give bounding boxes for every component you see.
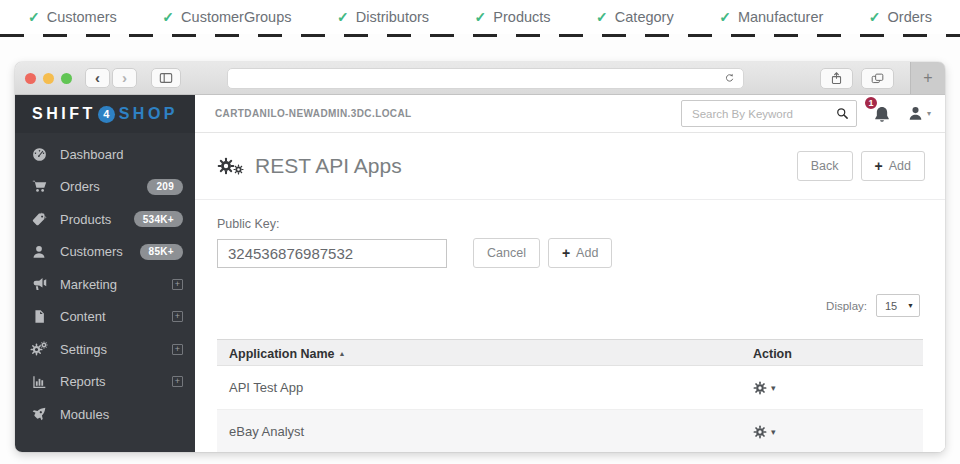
row-action-menu-button[interactable]: ▾ <box>753 381 923 395</box>
sort-asc-icon: ▲ <box>339 350 346 357</box>
check-icon: ✓ <box>337 9 349 25</box>
sidebar: SHIFT 4 SHOP Dashboard <box>15 95 195 452</box>
expand-icon[interactable]: + <box>172 311 183 322</box>
check-item-customergroups: ✓ CustomerGroups <box>162 9 291 25</box>
public-key-input[interactable] <box>217 239 447 268</box>
page-header: REST API Apps Back + Add <box>195 133 945 200</box>
column-application-name[interactable]: Application Name <box>229 347 335 361</box>
row-action-menu-button[interactable]: ▾ <box>753 425 923 439</box>
expand-icon[interactable]: + <box>172 376 183 387</box>
sidebar-item-marketing[interactable]: Marketing + <box>15 268 195 301</box>
check-item-orders: ✓ Orders <box>869 9 932 25</box>
share-button[interactable] <box>820 68 853 89</box>
app-name: API Test App <box>217 380 745 395</box>
display-label: Display: <box>826 300 867 312</box>
zoom-window-button[interactable] <box>61 73 72 84</box>
sidebar-item-products[interactable]: Products 534K+ <box>15 203 195 236</box>
expand-icon[interactable]: + <box>172 279 183 290</box>
page-title: REST API Apps <box>255 154 402 178</box>
form-add-button[interactable]: + Add <box>548 238 612 268</box>
caret-down-icon: ▾ <box>771 383 776 393</box>
sidebar-item-label: Marketing <box>60 277 117 292</box>
shift4shop-logo[interactable]: SHIFT 4 SHOP <box>15 95 195 133</box>
logo-text-left: SHIFT <box>32 105 96 123</box>
store-domain: CARTDANILO-NEWADMIN.3DC.LOCAL <box>215 108 412 119</box>
checklist-bar: ✓ Customers ✓ CustomerGroups ✓ Distribut… <box>0 0 960 34</box>
sidebar-item-customers[interactable]: Customers 85K+ <box>15 236 195 269</box>
browser-chrome: ‹ › <box>15 62 945 95</box>
sidebar-toggle-button[interactable] <box>151 68 181 88</box>
check-icon: ✓ <box>475 9 487 25</box>
sidebar-toggle-icon <box>158 70 174 86</box>
address-bar[interactable] <box>227 68 744 89</box>
sidebar-item-orders[interactable]: Orders 209 <box>15 171 195 204</box>
display-select[interactable]: 15 ▼ <box>876 294 920 317</box>
chevron-down-icon: ▾ <box>927 109 931 118</box>
check-icon: ✓ <box>28 9 40 25</box>
column-action: Action <box>753 347 792 361</box>
share-icon <box>829 71 844 86</box>
add-app-button[interactable]: + Add <box>861 151 925 181</box>
logo-digit: 4 <box>98 106 115 123</box>
logo-text-right: SHOP <box>119 105 178 123</box>
close-window-button[interactable] <box>25 73 36 84</box>
table-row: eBay Analyst ▾ <box>217 410 923 452</box>
display-control: Display: 15 ▼ <box>195 268 945 327</box>
check-item-distributors: ✓ Distributors <box>337 9 429 25</box>
check-icon: ✓ <box>719 9 731 25</box>
search-box <box>681 100 857 127</box>
sidebar-item-label: Modules <box>60 407 109 422</box>
plus-icon: + <box>875 158 883 174</box>
check-item-label: Manufacturer <box>738 9 823 25</box>
form-add-label: Add <box>576 246 598 260</box>
browser-window: ‹ › <box>15 62 945 452</box>
sidebar-item-modules[interactable]: Modules <box>15 398 195 431</box>
tab-overview-button[interactable] <box>861 68 894 89</box>
search-icon[interactable] <box>835 106 850 121</box>
sidebar-item-label: Content <box>60 309 106 324</box>
check-item-label: CustomerGroups <box>181 9 291 25</box>
cogs-icon <box>217 154 245 178</box>
sidebar-item-settings[interactable]: Settings + <box>15 333 195 366</box>
document-icon <box>30 309 48 324</box>
reload-icon[interactable] <box>723 72 736 85</box>
new-tab-button[interactable]: + <box>910 62 945 94</box>
display-select-value: 15 <box>885 300 897 312</box>
sidebar-item-dashboard[interactable]: Dashboard <box>15 138 195 171</box>
notifications-button[interactable]: 1 <box>872 103 892 125</box>
plus-icon: + <box>562 245 570 261</box>
user-menu-button[interactable]: ▾ <box>907 105 931 122</box>
check-item-label: Distributors <box>356 9 429 25</box>
minimize-window-button[interactable] <box>43 73 54 84</box>
bar-chart-icon <box>30 374 48 390</box>
search-input[interactable] <box>681 100 857 127</box>
orders-count-badge: 209 <box>147 179 183 195</box>
check-item-manufacturer: ✓ Manufacturer <box>719 9 823 25</box>
products-count-badge: 534K+ <box>134 211 183 227</box>
check-item-label: Category <box>615 9 674 25</box>
cancel-button[interactable]: Cancel <box>473 238 540 268</box>
sidebar-item-label: Products <box>60 212 111 227</box>
admin-header: CARTDANILO-NEWADMIN.3DC.LOCAL <box>195 95 945 133</box>
url-input[interactable] <box>235 71 723 85</box>
check-icon: ✓ <box>869 9 881 25</box>
gear-icon <box>753 425 767 439</box>
check-icon: ✓ <box>596 9 608 25</box>
check-item-label: Orders <box>888 9 932 25</box>
dashboard-icon <box>30 146 48 163</box>
sidebar-item-content[interactable]: Content + <box>15 301 195 334</box>
sidebar-item-reports[interactable]: Reports + <box>15 366 195 399</box>
browser-forward-button[interactable]: › <box>112 68 137 88</box>
gears-icon <box>30 343 48 356</box>
customers-count-badge: 85K+ <box>140 244 183 260</box>
traffic-lights <box>25 73 72 84</box>
sidebar-item-label: Settings <box>60 342 107 357</box>
check-item-category: ✓ Category <box>596 9 674 25</box>
check-item-label: Customers <box>47 9 117 25</box>
megaphone-icon <box>30 276 48 293</box>
back-button[interactable]: Back <box>797 151 853 181</box>
browser-back-button[interactable]: ‹ <box>85 68 110 88</box>
expand-icon[interactable]: + <box>172 344 183 355</box>
check-item-products: ✓ Products <box>475 9 551 25</box>
person-icon <box>30 244 48 260</box>
